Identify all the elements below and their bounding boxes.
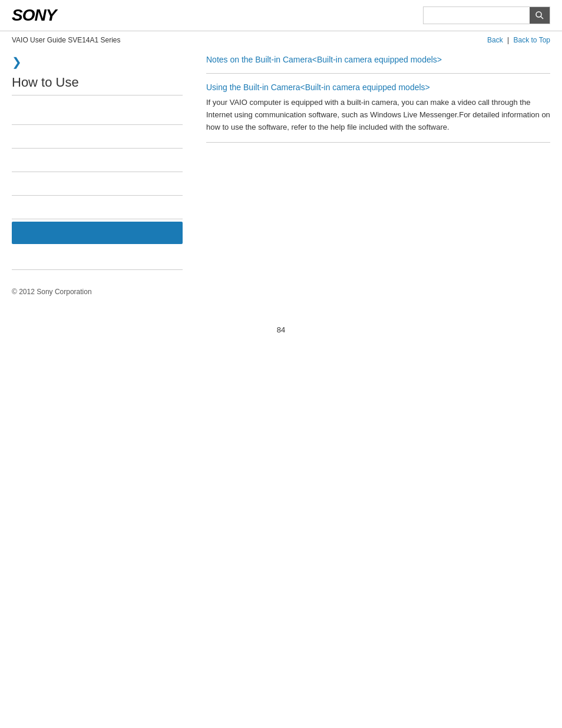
- list-item: [12, 101, 183, 125]
- search-button[interactable]: [530, 7, 550, 24]
- sidebar-link-3[interactable]: [12, 156, 14, 164]
- sidebar-chevron-icon: ❯: [12, 55, 183, 69]
- list-item: [12, 125, 183, 149]
- copyright-text: © 2012 Sony Corporation: [12, 288, 92, 296]
- section-body: If your VAIO computer is equipped with a…: [206, 97, 550, 133]
- page-footer: © 2012 Sony Corporation: [0, 276, 562, 308]
- list-item: [12, 196, 183, 219]
- sidebar-selected-item[interactable]: [12, 222, 183, 244]
- content-section: Using the Built-in Camera<Built-in camer…: [206, 83, 550, 133]
- sidebar-extra-item: [12, 246, 183, 270]
- sidebar-link-1[interactable]: [12, 108, 14, 117]
- sidebar-link-2[interactable]: [12, 132, 14, 141]
- page-number: 84: [0, 325, 562, 334]
- sub-header: VAIO User Guide SVE14A1 Series Back | Ba…: [0, 31, 562, 49]
- back-to-top-link[interactable]: Back to Top: [514, 36, 550, 44]
- back-link[interactable]: Back: [487, 36, 503, 44]
- list-item: [12, 149, 183, 172]
- content-divider-2: [206, 142, 550, 143]
- notes-link[interactable]: Notes on the Built-in Camera<Built-in ca…: [206, 55, 550, 64]
- sidebar-link-5[interactable]: [12, 203, 14, 212]
- sidebar: ❯ How to Use: [12, 55, 194, 270]
- sidebar-link-4[interactable]: [12, 179, 14, 188]
- nav-links: Back | Back to Top: [487, 36, 550, 44]
- search-bar[interactable]: [423, 6, 550, 24]
- using-camera-link[interactable]: Using the Built-in Camera<Built-in camer…: [206, 83, 430, 92]
- sidebar-links: [12, 101, 183, 219]
- content-divider-1: [206, 73, 550, 74]
- nav-separator: |: [507, 36, 509, 44]
- main-content: ❯ How to Use Notes on the Built-in Camer…: [0, 49, 562, 276]
- svg-point-0: [536, 12, 541, 17]
- sony-logo: SONY: [12, 6, 56, 25]
- content-area: Notes on the Built-in Camera<Built-in ca…: [194, 55, 550, 270]
- search-icon: [535, 11, 544, 20]
- svg-line-1: [541, 17, 543, 19]
- search-input[interactable]: [424, 7, 530, 24]
- section-title: Using the Built-in Camera<Built-in camer…: [206, 83, 550, 92]
- breadcrumb: VAIO User Guide SVE14A1 Series: [12, 36, 121, 44]
- sidebar-title: How to Use: [12, 75, 183, 95]
- page-header: SONY: [0, 0, 562, 31]
- list-item: [12, 172, 183, 196]
